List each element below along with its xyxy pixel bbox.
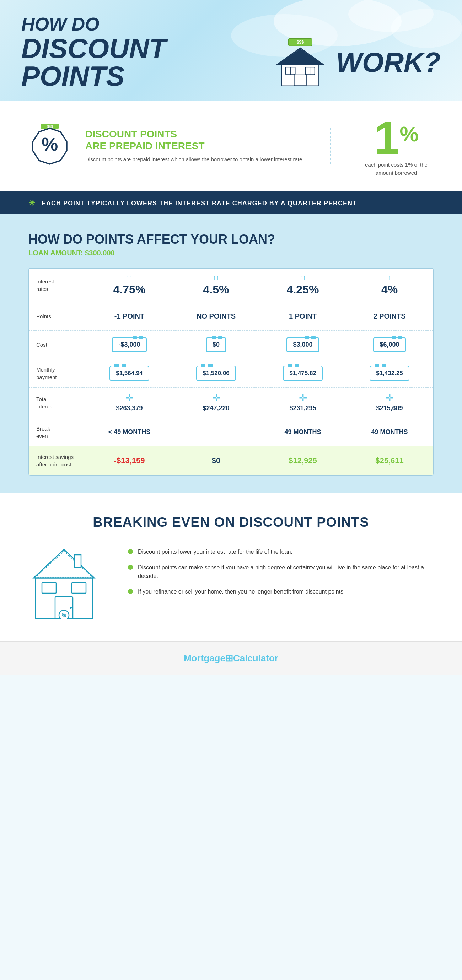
points-val-3: 1 POINT — [263, 312, 343, 320]
monthly-payment-row: Monthlypayment $1,564.94 $1,520.06 $1,47… — [29, 359, 433, 388]
col4-break: 49 MONTHS — [346, 423, 433, 442]
payment-box-3: $1,475.82 — [283, 366, 323, 381]
cost-box-2: $0 — [206, 337, 226, 352]
svg-text:%: % — [62, 612, 67, 618]
points-val-2: NO POINTS — [176, 312, 256, 320]
breaking-house-svg: % — [29, 544, 99, 619]
points-label: Points — [29, 307, 86, 326]
col2-savings: $0 — [173, 450, 260, 471]
brand-text-mortgage: Mortgage — [184, 653, 225, 663]
work-text: WORK? — [336, 48, 441, 76]
breaking-even-title: BREAKING EVEN ON DISCOUNT POINTS — [29, 515, 433, 530]
break-val-1: < 49 MONTHS — [89, 428, 169, 436]
col3-break: 49 MONTHS — [260, 423, 346, 442]
info-banner: ☀ EACH POINT TYPICALLY LOWERS THE INTERE… — [0, 192, 462, 214]
monthly-label: Monthlypayment — [29, 360, 86, 387]
total-val-1: $263,379 — [116, 404, 142, 412]
breaking-bullets-list: Discount points lower your interest rate… — [128, 548, 433, 596]
break-even-row: Breakeven < 49 MONTHS 49 MONTHS 49 MONTH… — [29, 418, 433, 447]
savings-val-1: -$13,159 — [89, 456, 169, 465]
col1-points: -1 POINT — [86, 307, 173, 326]
discount-points-text: DISCOUNT POINTS — [21, 35, 264, 90]
info-left-panel: DISCOUNT POINTS ARE PREPAID INTEREST Dis… — [85, 128, 330, 164]
savings-val-2: $0 — [176, 456, 256, 465]
svg-rect-23 — [75, 555, 81, 567]
percent-badge-container: $$$ % — [29, 124, 71, 168]
brand-text-calculator: Calculator — [233, 653, 278, 663]
svg-marker-6 — [278, 49, 322, 64]
svg-point-31 — [70, 607, 72, 609]
footer-brand: Mortgage⊞Calculator — [11, 653, 451, 664]
right-label: each point costs 1% of the amount borrow… — [359, 161, 433, 177]
cross-icon-1: ✛ — [126, 393, 134, 403]
savings-val-4: $25,611 — [350, 456, 429, 465]
info-section: $$$ % DISCOUNT POINTS ARE PREPAID INTERE… — [0, 100, 462, 192]
col4-savings: $25,611 — [346, 450, 433, 471]
intro-title: DISCOUNT POINTS ARE PREPAID INTEREST — [85, 128, 309, 152]
bullet-item-2: Discount points can make sense if you ha… — [128, 563, 433, 581]
bullet-dot-1 — [128, 549, 133, 554]
arrows-1: ↑↑ — [126, 274, 132, 282]
loan-amount-label: LOAN AMOUNT: $300,000 — [29, 249, 433, 257]
col3-savings: $12,925 — [260, 450, 346, 471]
bullet-item-3: If you refinance or sell your home, then… — [128, 587, 433, 596]
info-right-panel: 1 % each point costs 1% of the amount bo… — [345, 115, 433, 177]
banner-text: EACH POINT TYPICALLY LOWERS THE INTEREST… — [41, 200, 357, 207]
svg-text:%: % — [41, 134, 58, 154]
total-interest-row: Totalinterest ✛ $263,379 ✛ $247,220 ✛ $2… — [29, 388, 433, 418]
payment-box-1: $1,564.94 — [110, 366, 149, 381]
break-val-4: 49 MONTHS — [350, 428, 429, 436]
bullet-dot-2 — [128, 565, 133, 570]
total-val-3: $231,295 — [289, 404, 316, 412]
col1-total: ✛ $263,379 — [86, 388, 173, 418]
payment-box-4: $1,432.25 — [370, 366, 409, 381]
loan-section-title: HOW DO POINTS AFFECT YOUR LOAN? — [29, 232, 433, 247]
col2-points: NO POINTS — [173, 307, 260, 326]
arrows-4: ↑ — [388, 274, 391, 282]
payment-box-2: $1,520.06 — [196, 366, 236, 381]
savings-val-3: $12,925 — [263, 456, 343, 465]
col4-monthly: $1,432.25 — [346, 360, 433, 387]
cost-row: Cost -$3,000 $0 $3,000 $6,000 — [29, 331, 433, 359]
col3-monthly: $1,475.82 — [260, 360, 346, 387]
col1-monthly: $1,564.94 — [86, 360, 173, 387]
svg-text:$$$: $$$ — [296, 40, 304, 45]
cross-icon-2: ✛ — [212, 393, 220, 403]
col1-break: < 49 MONTHS — [86, 423, 173, 442]
breaking-content-row: % Discount points lower your interest ra… — [29, 544, 433, 620]
total-cell-4: ✛ $215,609 — [350, 393, 429, 412]
cost-box-1: -$3,000 — [112, 337, 147, 352]
rate-val-2: ↑↑ 4.5% — [176, 274, 256, 296]
col2-monthly: $1,520.06 — [173, 360, 260, 387]
percent-badge-icon: $$$ % — [29, 124, 71, 167]
header-section: HOW DO DISCOUNT POINTS $$$ — [0, 0, 462, 100]
cost-box-3: $3,000 — [287, 337, 319, 352]
sun-icon: ☀ — [29, 199, 36, 208]
big-one-number: 1 — [374, 115, 400, 161]
col4-interest: ↑ 4% — [346, 269, 433, 302]
rate-val-4: ↑ 4% — [350, 274, 429, 296]
how-do-text: HOW DO — [21, 14, 441, 35]
col3-cost: $3,000 — [260, 332, 346, 358]
total-cell-3: ✛ $231,295 — [263, 393, 343, 412]
col2-break — [173, 426, 260, 438]
breaking-bullets-col: Discount points lower your interest rate… — [128, 544, 433, 596]
bullet-text-3: If you refinance or sell your home, then… — [138, 587, 345, 596]
breaking-even-section: BREAKING EVEN ON DISCOUNT POINTS — [0, 493, 462, 641]
total-val-4: $215,609 — [376, 404, 403, 412]
big-percent: % — [400, 122, 418, 146]
total-cell-2: ✛ $247,220 — [176, 393, 256, 412]
col1-savings: -$13,159 — [86, 450, 173, 471]
main-title: HOW DO DISCOUNT POINTS $$$ — [21, 14, 441, 90]
footer: Mortgage⊞Calculator — [0, 641, 462, 675]
rate-val-3: ↑↑ 4.25% — [263, 274, 343, 296]
points-val-1: -1 POINT — [89, 312, 169, 320]
header-title-block: HOW DO DISCOUNT POINTS $$$ — [21, 14, 441, 90]
col2-cost: $0 — [173, 332, 260, 358]
break-even-label: Breakeven — [29, 419, 86, 445]
header-house-icon: $$$ — [271, 37, 329, 87]
bullet-item-1: Discount points lower your interest rate… — [128, 548, 433, 556]
interest-rates-label: Interestrates — [29, 272, 86, 298]
bullet-dot-3 — [128, 589, 133, 594]
cost-box-4: $6,000 — [373, 337, 406, 352]
